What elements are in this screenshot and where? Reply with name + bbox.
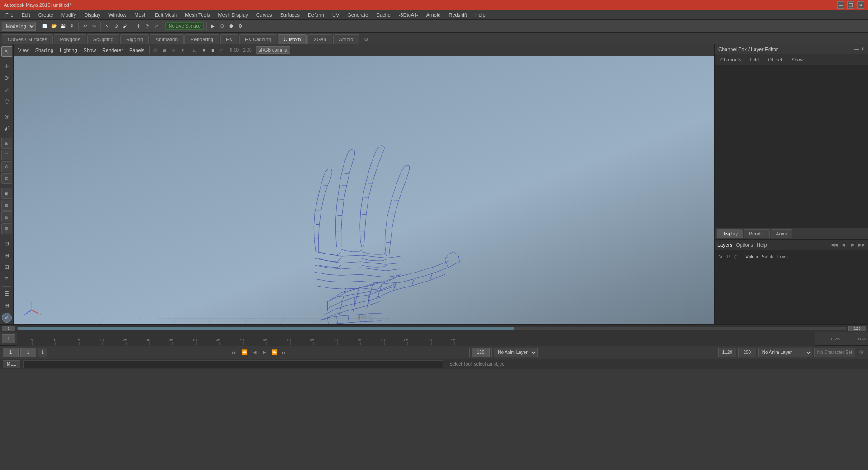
misc-5-btn[interactable]: ☰ [1, 288, 12, 299]
vp-smooth2-btn[interactable]: ◼ [209, 46, 217, 54]
bottom-tool-btn[interactable]: ✔ [2, 313, 12, 323]
menu-window[interactable]: Window [105, 11, 130, 19]
anim-layer-dropdown-2[interactable]: No Anim Layer [758, 348, 812, 357]
rotate-icon[interactable]: ⟳ [143, 22, 151, 30]
anim-layer-dropdown[interactable]: No Anim Layer [494, 348, 538, 357]
channels-tab[interactable]: Channels [718, 56, 743, 63]
paint-weights-btn[interactable]: 🖌 [1, 123, 12, 134]
render-icon[interactable]: ▶ [209, 22, 217, 30]
misc-1-btn[interactable]: ⊟ [1, 238, 12, 249]
menu-edit-mesh[interactable]: Edit Mesh [151, 11, 180, 19]
menu-file[interactable]: File [2, 11, 17, 19]
misc-3-btn[interactable]: ⊡ [1, 262, 12, 273]
play-fwd-btn[interactable]: ▶ [260, 348, 269, 357]
step-fwd-btn[interactable]: ⏩ [270, 348, 279, 357]
layer-back-btn[interactable]: ◀ [840, 241, 847, 249]
range-start-input[interactable]: 1 [2, 326, 15, 331]
isolate-select-btn[interactable]: ▨ [1, 223, 12, 234]
range-end-val[interactable] [738, 348, 756, 357]
vp-light-btn[interactable]: ☀ [179, 46, 187, 54]
tab-curves-surfaces[interactable]: Curves / Surfaces [2, 34, 53, 44]
panel-close-icon[interactable]: ✕ [861, 47, 864, 52]
display-tab-display[interactable]: Display [717, 229, 743, 238]
range-end-input[interactable]: 120 [848, 326, 866, 331]
viewport-3d[interactable]: persp x y z [14, 56, 714, 324]
render-region-btn[interactable]: ▣ [1, 188, 12, 199]
restore-button[interactable]: ❐ [847, 1, 854, 9]
redo-icon[interactable]: ↪ [90, 22, 98, 30]
gamma-display[interactable]: sRGB gamma [256, 46, 291, 54]
go-to-end-btn[interactable]: ⏭ [280, 348, 289, 357]
tab-sculpting[interactable]: Sculpting [87, 34, 119, 44]
range-start-val[interactable] [718, 348, 736, 357]
lasso-icon[interactable]: ⊙ [112, 22, 120, 30]
minimize-button[interactable]: — [837, 1, 844, 9]
viewport-panels-menu[interactable]: Panels [127, 47, 147, 54]
tab-xgen[interactable]: XGen [307, 34, 332, 44]
misc-2-btn[interactable]: ⊞ [1, 250, 12, 261]
save-file-icon[interactable]: 💾 [59, 22, 67, 30]
misc-6-btn[interactable]: ⊞ [1, 300, 12, 311]
menu-arnold[interactable]: Arnold [423, 11, 444, 19]
select-icon[interactable]: ↖ [103, 22, 111, 30]
viewport-shading-menu[interactable]: Shading [33, 47, 56, 54]
vp-wireframe-btn[interactable]: □ [191, 46, 199, 54]
panel-minimize-icon[interactable]: — [854, 47, 859, 52]
menu-surfaces[interactable]: Surfaces [276, 11, 303, 19]
layer-row[interactable]: V P ⬡ ...Vulcan_Salute_Emoji [716, 251, 867, 262]
tab-fx-caching[interactable]: FX Caching [239, 34, 277, 44]
paint-select-icon[interactable]: 🖌 [121, 22, 129, 30]
display-tab-render[interactable]: Render [744, 229, 770, 238]
menu-create[interactable]: Create [35, 11, 57, 19]
tab-custom[interactable]: Custom [278, 34, 307, 44]
settings-icon-bottom[interactable]: ⚙ [857, 348, 865, 357]
playback-start-field[interactable] [3, 348, 19, 357]
edit-tab[interactable]: Edit [748, 56, 760, 63]
new-file-icon[interactable]: 📄 [41, 22, 49, 30]
tab-arnold[interactable]: Arnold [333, 34, 359, 44]
display-tab-anim[interactable]: Anim [771, 229, 792, 238]
layers-tab[interactable]: Layers [717, 242, 732, 248]
ipr-icon[interactable]: ⬡ [218, 22, 226, 30]
menu-mesh-tools[interactable]: Mesh Tools [181, 11, 213, 19]
rotate-tool-btn[interactable]: ⟳ [1, 73, 12, 84]
open-file-icon[interactable]: 📂 [50, 22, 58, 30]
viewport-show-menu[interactable]: Show [81, 47, 99, 54]
range-slider[interactable] [17, 327, 846, 330]
universal-manip-btn[interactable]: ⬡ [1, 96, 12, 107]
viewport-view-menu[interactable]: View [15, 47, 32, 54]
menu-generate[interactable]: Generate [344, 11, 372, 19]
frame-start-input[interactable]: 1 [2, 334, 15, 343]
tab-fx[interactable]: FX [220, 34, 238, 44]
vp-grid-btn[interactable]: ⊞ [160, 46, 169, 54]
mel-button[interactable]: MEL [3, 360, 20, 368]
tab-rigging[interactable]: Rigging [120, 34, 149, 44]
help-tab[interactable]: Help [757, 242, 767, 248]
play-back-btn[interactable]: ◀ [250, 348, 259, 357]
soft-select-btn[interactable]: ◎ [1, 111, 12, 122]
render-settings-icon[interactable]: ⚙ [236, 22, 244, 30]
snap-view-btn[interactable]: ⊡ [1, 173, 12, 184]
layer-next-btn[interactable]: ▶▶ [858, 241, 865, 249]
vp-cam-btn[interactable]: 🎥 [151, 46, 160, 54]
move-icon[interactable]: ✛ [134, 22, 142, 30]
menu-uv[interactable]: UV [329, 11, 343, 19]
misc-4-btn[interactable]: ≡ [1, 273, 12, 284]
render-seq-icon[interactable]: ⬢ [227, 22, 235, 30]
menu-3dtoall[interactable]: -3DtoAll- [395, 11, 422, 19]
close-button[interactable]: ✕ [857, 1, 864, 9]
object-tab[interactable]: Object [766, 56, 784, 63]
frame-end-field[interactable] [472, 348, 490, 357]
menu-display[interactable]: Display [80, 11, 104, 19]
snap-point-btn[interactable]: ⊙ [1, 161, 12, 172]
undo-icon[interactable]: ↩ [81, 22, 89, 30]
options-tab[interactable]: Options [736, 242, 753, 248]
show-tab[interactable]: Show [789, 56, 806, 63]
move-tool-btn[interactable]: ✛ [1, 61, 12, 72]
menu-curves[interactable]: Curves [253, 11, 276, 19]
menu-mesh-display[interactable]: Mesh Display [215, 11, 252, 19]
vp-xray-btn[interactable]: ◻ [218, 46, 226, 54]
workspace-dropdown[interactable]: Modeling [2, 22, 36, 31]
tab-rendering[interactable]: Rendering [184, 34, 219, 44]
tab-animation[interactable]: Animation [150, 34, 184, 44]
